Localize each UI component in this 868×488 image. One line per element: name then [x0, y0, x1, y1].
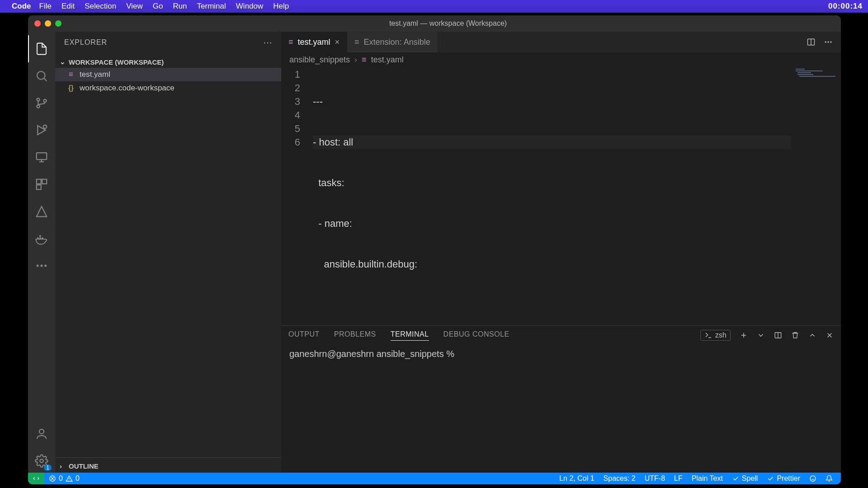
status-indent[interactable]: Spaces: 2 [599, 474, 640, 483]
explorer-more-button[interactable]: ⋯ [263, 37, 272, 48]
status-prettier[interactable]: Prettier [762, 474, 805, 483]
panel-tab-terminal[interactable]: TERMINAL [391, 330, 429, 341]
maximize-window-button[interactable] [55, 20, 61, 27]
workspace-label: WORKSPACE (WORKSPACE) [69, 58, 164, 66]
status-encoding[interactable]: UTF-8 [640, 474, 670, 483]
menu-terminal[interactable]: Terminal [197, 2, 226, 11]
settings-badge: 1 [44, 465, 52, 471]
menu-run[interactable]: Run [173, 2, 187, 11]
chevron-down-icon[interactable] [757, 331, 765, 339]
activity-explorer[interactable] [28, 35, 55, 62]
bell-icon [826, 475, 833, 482]
activity-scm[interactable] [28, 89, 55, 117]
menu-view[interactable]: View [126, 2, 143, 11]
status-language[interactable]: Plain Text [687, 474, 727, 483]
app-menu[interactable]: Code [12, 2, 31, 11]
play-bug-icon [35, 123, 48, 137]
remote-indicator[interactable] [28, 473, 44, 484]
file-label: workspace.code-workspace [80, 84, 175, 93]
editor-region: ≡ test.yaml × ≡ Extension: Ansible ansib… [281, 32, 841, 474]
line-gutter: 123456 [281, 67, 313, 325]
menu-window[interactable]: Window [236, 2, 263, 11]
split-icon[interactable] [774, 331, 782, 339]
file-test-yaml[interactable]: ≡ test.yaml [55, 68, 281, 81]
workspace-section-header[interactable]: ⌄ WORKSPACE (WORKSPACE) [55, 56, 281, 68]
json-file-icon: {} [67, 84, 75, 93]
chevron-up-icon[interactable] [808, 331, 816, 339]
close-icon[interactable] [826, 331, 834, 339]
svg-rect-12 [39, 235, 41, 237]
tab-test-yaml[interactable]: ≡ test.yaml × [281, 32, 347, 52]
svg-point-24 [810, 476, 816, 481]
traffic-lights [34, 20, 61, 27]
yaml-file-icon: ≡ [288, 38, 293, 47]
svg-rect-8 [37, 185, 41, 189]
ellipsis-icon[interactable] [824, 38, 833, 47]
file-label: test.yaml [80, 70, 110, 79]
status-spell[interactable]: Spell [727, 474, 763, 483]
status-notifications[interactable] [821, 475, 837, 482]
activity-settings[interactable]: 1 [28, 447, 55, 474]
files-icon [35, 42, 48, 56]
activity-azure[interactable] [28, 198, 55, 225]
svg-point-16 [39, 429, 44, 434]
breadcrumb-file[interactable]: test.yaml [371, 55, 404, 65]
menu-edit[interactable]: Edit [61, 2, 75, 11]
minimize-window-button[interactable] [45, 20, 51, 27]
activity-account[interactable] [28, 420, 55, 447]
plus-icon[interactable] [740, 331, 748, 339]
search-icon [35, 69, 48, 83]
menu-file[interactable]: File [39, 2, 52, 11]
ellipsis-icon [35, 259, 48, 272]
editor-tabs: ≡ test.yaml × ≡ Extension: Ansible [281, 32, 841, 52]
svg-point-2 [37, 105, 39, 108]
file-workspace-code-workspace[interactable]: {} workspace.code-workspace [55, 81, 281, 95]
menu-go[interactable]: Go [153, 2, 163, 11]
status-problems[interactable]: 0 0 [44, 474, 84, 483]
trash-icon[interactable] [791, 331, 799, 339]
yaml-file-icon: ≡ [67, 70, 75, 79]
close-window-button[interactable] [34, 20, 41, 27]
docker-icon [35, 232, 48, 245]
code-editor[interactable]: 123456 --- - host: all tasks: - name: an… [281, 67, 841, 325]
status-bar: 0 0 Ln 2, Col 1 Spaces: 2 UTF-8 LF Plain… [28, 473, 841, 484]
activity-search[interactable] [28, 62, 55, 89]
warning-icon [66, 475, 73, 482]
status-cursor[interactable]: Ln 2, Col 1 [555, 474, 599, 483]
breadcrumb[interactable]: ansible_snippets › ≡ test.yaml [281, 52, 841, 67]
activity-docker[interactable] [28, 225, 55, 252]
activity-more[interactable] [28, 252, 55, 279]
remote-icon [33, 475, 40, 482]
outline-section-header[interactable]: › OUTLINE [55, 460, 281, 472]
branch-icon [35, 96, 48, 110]
tab-label: Extension: Ansible [364, 38, 430, 47]
extensions-icon [35, 178, 48, 191]
minimap[interactable] [791, 67, 841, 325]
terminal-shell-picker[interactable]: zsh [700, 330, 731, 341]
menu-selection[interactable]: Selection [85, 2, 116, 11]
panel-tab-debug-console[interactable]: DEBUG CONSOLE [443, 330, 509, 340]
activity-remote[interactable] [28, 144, 55, 171]
status-feedback[interactable] [805, 475, 821, 482]
svg-point-14 [41, 265, 43, 267]
panel-tab-output[interactable]: OUTPUT [288, 330, 320, 340]
terminal-body[interactable]: ganeshrn@ganeshrn ansible_snippets % [281, 345, 841, 474]
tab-label: test.yaml [298, 38, 330, 47]
vscode-window: test.yaml — workspace (Workspace) [28, 15, 841, 474]
activity-debug[interactable] [28, 117, 55, 144]
triangle-icon [35, 205, 48, 218]
feedback-icon [809, 475, 816, 482]
chevron-right-icon: › [354, 55, 357, 65]
breadcrumb-folder[interactable]: ansible_snippets [289, 55, 350, 65]
split-editor-icon[interactable] [807, 38, 816, 47]
close-icon[interactable]: × [335, 38, 340, 47]
panel-tab-problems[interactable]: PROBLEMS [334, 330, 376, 340]
outline-label: OUTLINE [69, 462, 99, 470]
activity-extensions[interactable] [28, 171, 55, 198]
activity-bar: 1 [28, 32, 55, 474]
status-eol[interactable]: LF [670, 474, 687, 483]
tab-extension-ansible[interactable]: ≡ Extension: Ansible [347, 32, 438, 52]
account-icon [35, 427, 48, 441]
svg-point-13 [37, 265, 39, 267]
menu-help[interactable]: Help [273, 2, 289, 11]
